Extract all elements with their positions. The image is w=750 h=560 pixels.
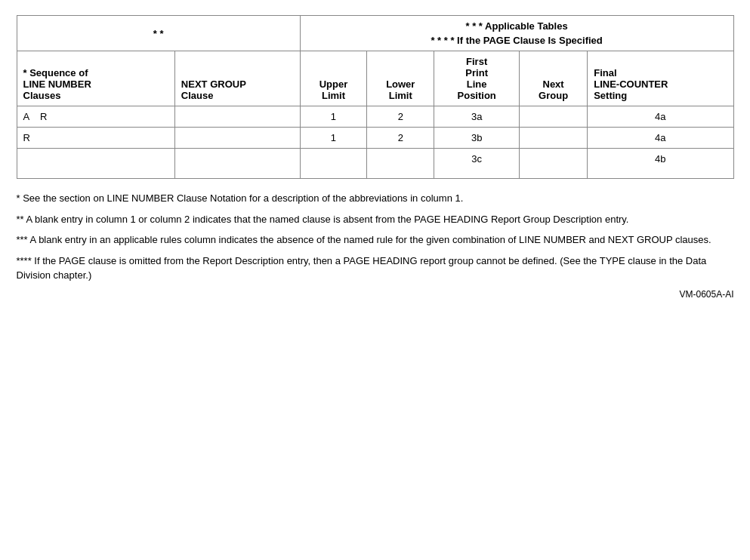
header-row-1: * * * * * Applicable Tables * * * * If t…: [17, 16, 733, 51]
row2-col4: 2: [367, 128, 434, 149]
table-row: A R 1 2 3a 4a: [17, 106, 733, 128]
col-header-4: Lower Limit: [367, 51, 434, 106]
row3-col7: 4b: [588, 149, 733, 179]
col-header-5: First Print Line Position: [434, 51, 520, 106]
col-header-1: * Sequence of LINE NUMBER Clauses: [17, 51, 174, 106]
row1-col5: 3a: [434, 106, 520, 128]
footnote-2: ** A blank entry in column 1 or column 2…: [17, 212, 734, 227]
row1-col3: 1: [300, 106, 367, 128]
row1-col2: [174, 106, 300, 128]
header-row-2: * Sequence of LINE NUMBER Clauses NEXT G…: [17, 51, 733, 106]
row3-col4: [367, 149, 434, 179]
row1-col4: 2: [367, 106, 434, 128]
row3-col3: [300, 149, 367, 179]
row3-col5: 3c: [434, 149, 520, 179]
row1-col1: A R: [17, 106, 174, 128]
row3-col6: [520, 149, 588, 179]
row3-col2: [174, 149, 300, 179]
footnote-4: **** If the PAGE clause is omitted from …: [17, 254, 734, 283]
row2-col3: 1: [300, 128, 367, 149]
footnote-3: *** A blank entry in an applicable rules…: [17, 232, 734, 248]
col-header-7: Final LINE-COUNTER Setting: [588, 51, 733, 106]
col-header-2: NEXT GROUP Clause: [174, 51, 300, 106]
col-header-6: Next Group: [520, 51, 588, 106]
page-container: * * * * * Applicable Tables * * * * If t…: [17, 15, 734, 300]
row2-col6: [520, 128, 588, 149]
main-table: * * * * * Applicable Tables * * * * If t…: [17, 15, 734, 179]
footnote-1: * See the section on LINE NUMBER Clause …: [17, 191, 734, 206]
row3-col1: [17, 149, 174, 179]
row2-col1: R: [17, 128, 174, 149]
vm-code: VM-0605A-AI: [17, 289, 734, 300]
header-top-left-label: * *: [17, 16, 300, 51]
row2-col7: 4a: [588, 128, 733, 149]
row1-col7: 4a: [588, 106, 733, 128]
col-header-3: Upper Limit: [300, 51, 367, 106]
table-row: 3c 4b: [17, 149, 733, 179]
row1-col6: [520, 106, 588, 128]
table-row: R 1 2 3b 4a: [17, 128, 733, 149]
footnotes-section: * See the section on LINE NUMBER Clause …: [17, 191, 734, 283]
row2-col5: 3b: [434, 128, 520, 149]
row2-col2: [174, 128, 300, 149]
header-top-right-label: * * * Applicable Tables * * * * If the P…: [300, 16, 733, 51]
